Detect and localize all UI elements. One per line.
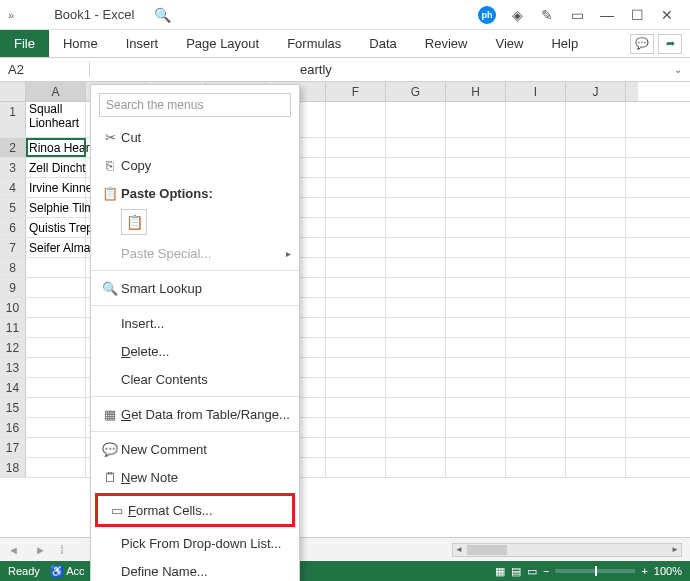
cell[interactable] <box>326 158 386 177</box>
tab-view[interactable]: View <box>481 30 537 57</box>
cell[interactable] <box>506 198 566 217</box>
tab-review[interactable]: Review <box>411 30 482 57</box>
cell[interactable]: Seifer Almasy <box>26 238 86 257</box>
cell[interactable] <box>326 458 386 477</box>
cell[interactable] <box>386 438 446 457</box>
cell[interactable] <box>506 102 566 137</box>
cell[interactable] <box>506 358 566 377</box>
row-header[interactable]: 16 <box>0 418 26 437</box>
cell[interactable] <box>566 458 626 477</box>
zoom-in-button[interactable]: + <box>641 565 647 577</box>
cell[interactable] <box>326 198 386 217</box>
row-header[interactable]: 9 <box>0 278 26 297</box>
view-normal-icon[interactable]: ▦ <box>495 565 505 578</box>
col-header[interactable]: H <box>446 82 506 101</box>
cell[interactable] <box>566 102 626 137</box>
cell[interactable] <box>26 418 86 437</box>
accessibility-icon[interactable]: ♿ Acc <box>50 565 85 578</box>
col-header[interactable]: J <box>566 82 626 101</box>
cell[interactable] <box>566 158 626 177</box>
cell[interactable]: Rinoa Heartly <box>26 138 86 157</box>
cell[interactable] <box>506 418 566 437</box>
cell[interactable]: Zell Dincht <box>26 158 86 177</box>
cell[interactable] <box>566 278 626 297</box>
row-header[interactable]: 11 <box>0 318 26 337</box>
row-header[interactable]: 7 <box>0 238 26 257</box>
row-header[interactable]: 6 <box>0 218 26 237</box>
cell[interactable] <box>386 418 446 437</box>
cell[interactable] <box>326 418 386 437</box>
menu-new-comment[interactable]: 💬New Comment <box>91 435 299 463</box>
row-header[interactable]: 14 <box>0 378 26 397</box>
cell[interactable] <box>566 438 626 457</box>
cell[interactable] <box>326 102 386 137</box>
menu-get-data[interactable]: ▦Get Data from Table/Range... <box>91 400 299 428</box>
cell[interactable] <box>446 458 506 477</box>
cell[interactable] <box>446 278 506 297</box>
row-header[interactable]: 1 <box>0 102 26 137</box>
cell[interactable] <box>566 298 626 317</box>
cell[interactable] <box>326 318 386 337</box>
cell[interactable] <box>566 378 626 397</box>
menu-pick-list[interactable]: Pick From Drop-down List... <box>91 529 299 557</box>
cell[interactable] <box>386 258 446 277</box>
cell[interactable] <box>566 418 626 437</box>
row-header[interactable]: 13 <box>0 358 26 377</box>
cell[interactable] <box>26 278 86 297</box>
cell[interactable] <box>386 278 446 297</box>
cell[interactable] <box>506 298 566 317</box>
cell[interactable] <box>386 218 446 237</box>
cell[interactable] <box>446 158 506 177</box>
quick-access-chevron[interactable]: » <box>8 9 14 21</box>
cell[interactable] <box>566 218 626 237</box>
tab-home[interactable]: Home <box>49 30 112 57</box>
share-button[interactable]: ➦ <box>658 34 682 54</box>
cell[interactable]: Irvine Kinneas <box>26 178 86 197</box>
tab-formulas[interactable]: Formulas <box>273 30 355 57</box>
row-header[interactable]: 2 <box>0 138 26 157</box>
cell[interactable] <box>446 358 506 377</box>
cell[interactable] <box>446 238 506 257</box>
cell[interactable] <box>446 178 506 197</box>
cell[interactable] <box>386 138 446 157</box>
cell[interactable] <box>566 318 626 337</box>
cell[interactable] <box>326 338 386 357</box>
select-all-corner[interactable] <box>0 82 26 101</box>
cell[interactable] <box>326 398 386 417</box>
cell[interactable] <box>566 338 626 357</box>
menu-copy[interactable]: ⎘Copy <box>91 151 299 179</box>
row-header[interactable]: 3 <box>0 158 26 177</box>
cell[interactable] <box>386 318 446 337</box>
col-header[interactable]: I <box>506 82 566 101</box>
cell[interactable] <box>386 102 446 137</box>
row-header[interactable]: 4 <box>0 178 26 197</box>
cell[interactable] <box>446 398 506 417</box>
comments-button[interactable]: 💬 <box>630 34 654 54</box>
cell[interactable] <box>326 378 386 397</box>
cell[interactable] <box>386 358 446 377</box>
cell[interactable] <box>446 102 506 137</box>
ribbon-display-icon[interactable]: ▭ <box>562 7 592 23</box>
cell[interactable] <box>326 218 386 237</box>
cell[interactable] <box>506 318 566 337</box>
row-header[interactable]: 8 <box>0 258 26 277</box>
cell[interactable] <box>446 438 506 457</box>
menu-cut[interactable]: ✂Cut <box>91 123 299 151</box>
cell[interactable] <box>566 138 626 157</box>
cell[interactable] <box>566 178 626 197</box>
cell[interactable]: Quistis Trepe <box>26 218 86 237</box>
cell[interactable] <box>506 238 566 257</box>
tab-data[interactable]: Data <box>355 30 410 57</box>
cell[interactable] <box>386 378 446 397</box>
cell[interactable] <box>506 338 566 357</box>
cell[interactable] <box>326 138 386 157</box>
cell[interactable] <box>386 398 446 417</box>
formula-expand-icon[interactable]: ⌄ <box>666 64 690 75</box>
cell[interactable] <box>26 358 86 377</box>
menu-insert[interactable]: Insert... <box>91 309 299 337</box>
cell[interactable] <box>446 338 506 357</box>
row-header[interactable]: 15 <box>0 398 26 417</box>
view-break-icon[interactable]: ▭ <box>527 565 537 578</box>
cell[interactable] <box>446 138 506 157</box>
row-header[interactable]: 17 <box>0 438 26 457</box>
